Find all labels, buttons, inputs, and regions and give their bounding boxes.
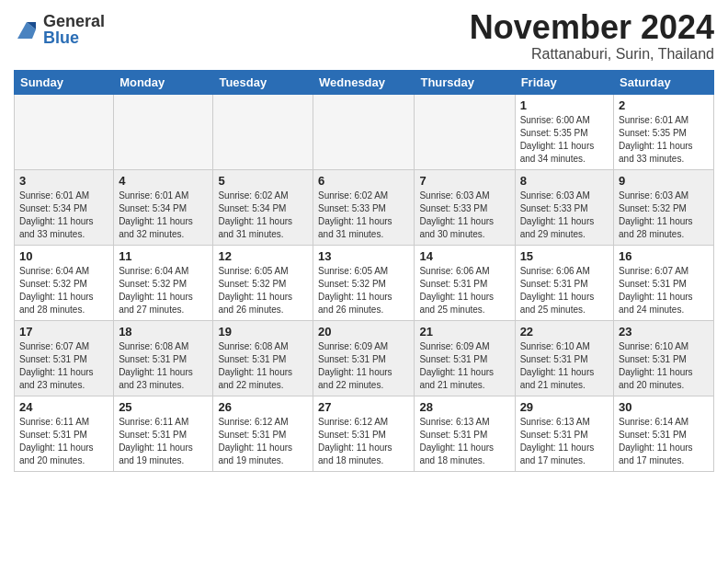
calendar-cell: 26Sunrise: 6:12 AM Sunset: 5:31 PM Dayli…	[213, 396, 313, 471]
day-info: Sunrise: 6:05 AM Sunset: 5:32 PM Dayligh…	[318, 265, 409, 316]
day-number: 22	[520, 325, 609, 339]
calendar-cell: 20Sunrise: 6:09 AM Sunset: 5:31 PM Dayli…	[313, 320, 415, 396]
day-info: Sunrise: 6:01 AM Sunset: 5:34 PM Dayligh…	[19, 190, 108, 241]
day-info: Sunrise: 6:01 AM Sunset: 5:35 PM Dayligh…	[619, 114, 709, 166]
day-info: Sunrise: 6:11 AM Sunset: 5:31 PM Dayligh…	[119, 416, 208, 467]
day-number: 26	[218, 400, 308, 414]
day-number: 10	[19, 249, 108, 263]
calendar-cell: 8Sunrise: 6:03 AM Sunset: 5:33 PM Daylig…	[515, 169, 613, 245]
day-number: 14	[419, 249, 509, 263]
day-info: Sunrise: 6:02 AM Sunset: 5:33 PM Dayligh…	[318, 190, 409, 241]
calendar-cell: 19Sunrise: 6:08 AM Sunset: 5:31 PM Dayli…	[213, 320, 313, 396]
page-header: General Blue November 2024 Rattanaburi, …	[14, 9, 714, 63]
calendar-cell	[313, 94, 415, 169]
header-thursday: Thursday	[415, 70, 515, 94]
calendar-cell: 5Sunrise: 6:02 AM Sunset: 5:34 PM Daylig…	[213, 169, 313, 245]
day-number: 21	[419, 325, 509, 339]
calendar-cell: 1Sunrise: 6:00 AM Sunset: 5:35 PM Daylig…	[515, 94, 613, 169]
calendar-cell: 29Sunrise: 6:13 AM Sunset: 5:31 PM Dayli…	[515, 396, 613, 471]
day-info: Sunrise: 6:14 AM Sunset: 5:31 PM Dayligh…	[619, 416, 709, 467]
calendar-cell	[15, 94, 114, 169]
calendar-cell: 23Sunrise: 6:10 AM Sunset: 5:31 PM Dayli…	[614, 320, 714, 396]
day-info: Sunrise: 6:03 AM Sunset: 5:32 PM Dayligh…	[619, 190, 709, 241]
location: Rattanaburi, Surin, Thailand	[470, 46, 714, 63]
calendar-cell: 13Sunrise: 6:05 AM Sunset: 5:32 PM Dayli…	[313, 245, 415, 320]
day-info: Sunrise: 6:11 AM Sunset: 5:31 PM Dayligh…	[19, 416, 108, 467]
logo-general: General	[43, 13, 105, 29]
header-saturday: Saturday	[614, 70, 714, 94]
header-monday: Monday	[114, 70, 213, 94]
day-number: 30	[619, 400, 709, 414]
calendar-cell: 27Sunrise: 6:12 AM Sunset: 5:31 PM Dayli…	[313, 396, 415, 471]
day-number: 18	[119, 325, 208, 339]
calendar-cell: 14Sunrise: 6:06 AM Sunset: 5:31 PM Dayli…	[415, 245, 515, 320]
day-number: 9	[619, 174, 709, 188]
day-number: 16	[619, 249, 709, 263]
calendar-cell: 12Sunrise: 6:05 AM Sunset: 5:32 PM Dayli…	[213, 245, 313, 320]
calendar-cell: 15Sunrise: 6:06 AM Sunset: 5:31 PM Dayli…	[515, 245, 613, 320]
calendar-cell: 3Sunrise: 6:01 AM Sunset: 5:34 PM Daylig…	[15, 169, 114, 245]
day-number: 7	[419, 174, 509, 188]
day-info: Sunrise: 6:03 AM Sunset: 5:33 PM Dayligh…	[419, 190, 509, 241]
day-info: Sunrise: 6:12 AM Sunset: 5:31 PM Dayligh…	[318, 416, 409, 467]
day-number: 27	[318, 400, 409, 414]
day-number: 29	[520, 400, 609, 414]
day-info: Sunrise: 6:06 AM Sunset: 5:31 PM Dayligh…	[520, 265, 609, 316]
day-info: Sunrise: 6:03 AM Sunset: 5:33 PM Dayligh…	[520, 190, 609, 241]
title-block: November 2024 Rattanaburi, Surin, Thaila…	[470, 9, 714, 63]
day-number: 19	[218, 325, 308, 339]
day-number: 17	[19, 325, 108, 339]
calendar-cell: 24Sunrise: 6:11 AM Sunset: 5:31 PM Dayli…	[15, 396, 114, 471]
day-number: 23	[619, 325, 709, 339]
weekday-header-row: Sunday Monday Tuesday Wednesday Thursday…	[15, 70, 714, 94]
day-info: Sunrise: 6:13 AM Sunset: 5:31 PM Dayligh…	[419, 416, 509, 467]
calendar-cell: 28Sunrise: 6:13 AM Sunset: 5:31 PM Dayli…	[415, 396, 515, 471]
day-number: 2	[619, 98, 709, 112]
calendar-cell	[114, 94, 213, 169]
day-number: 12	[218, 249, 308, 263]
header-friday: Friday	[515, 70, 613, 94]
day-info: Sunrise: 6:05 AM Sunset: 5:32 PM Dayligh…	[218, 265, 308, 316]
day-info: Sunrise: 6:08 AM Sunset: 5:31 PM Dayligh…	[218, 340, 308, 392]
calendar-cell: 2Sunrise: 6:01 AM Sunset: 5:35 PM Daylig…	[614, 94, 714, 169]
calendar-row-4: 17Sunrise: 6:07 AM Sunset: 5:31 PM Dayli…	[15, 320, 714, 396]
logo-text: General Blue	[43, 13, 105, 46]
day-number: 1	[520, 98, 609, 112]
calendar-row-1: 1Sunrise: 6:00 AM Sunset: 5:35 PM Daylig…	[15, 94, 714, 169]
calendar-cell: 30Sunrise: 6:14 AM Sunset: 5:31 PM Dayli…	[614, 396, 714, 471]
day-number: 24	[19, 400, 108, 414]
header-tuesday: Tuesday	[213, 70, 313, 94]
day-number: 3	[19, 174, 108, 188]
day-number: 11	[119, 249, 208, 263]
day-number: 15	[520, 249, 609, 263]
calendar-cell: 9Sunrise: 6:03 AM Sunset: 5:32 PM Daylig…	[614, 169, 714, 245]
day-number: 13	[318, 249, 409, 263]
logo-icon	[14, 17, 40, 42]
day-info: Sunrise: 6:09 AM Sunset: 5:31 PM Dayligh…	[419, 340, 509, 392]
day-number: 4	[119, 174, 208, 188]
calendar-cell: 16Sunrise: 6:07 AM Sunset: 5:31 PM Dayli…	[614, 245, 714, 320]
logo-blue: Blue	[43, 29, 105, 46]
day-info: Sunrise: 6:10 AM Sunset: 5:31 PM Dayligh…	[520, 340, 609, 392]
day-info: Sunrise: 6:07 AM Sunset: 5:31 PM Dayligh…	[19, 340, 108, 392]
calendar-cell: 4Sunrise: 6:01 AM Sunset: 5:34 PM Daylig…	[114, 169, 213, 245]
day-info: Sunrise: 6:09 AM Sunset: 5:31 PM Dayligh…	[318, 340, 409, 392]
day-info: Sunrise: 6:12 AM Sunset: 5:31 PM Dayligh…	[218, 416, 308, 467]
calendar-page: General Blue November 2024 Rattanaburi, …	[0, 0, 728, 563]
calendar-cell: 6Sunrise: 6:02 AM Sunset: 5:33 PM Daylig…	[313, 169, 415, 245]
calendar-row-5: 24Sunrise: 6:11 AM Sunset: 5:31 PM Dayli…	[15, 396, 714, 471]
calendar-cell: 17Sunrise: 6:07 AM Sunset: 5:31 PM Dayli…	[15, 320, 114, 396]
day-number: 20	[318, 325, 409, 339]
calendar-cell	[213, 94, 313, 169]
header-sunday: Sunday	[15, 70, 114, 94]
day-info: Sunrise: 6:00 AM Sunset: 5:35 PM Dayligh…	[520, 114, 609, 166]
calendar-cell: 21Sunrise: 6:09 AM Sunset: 5:31 PM Dayli…	[415, 320, 515, 396]
day-info: Sunrise: 6:06 AM Sunset: 5:31 PM Dayligh…	[419, 265, 509, 316]
calendar-cell: 10Sunrise: 6:04 AM Sunset: 5:32 PM Dayli…	[15, 245, 114, 320]
day-info: Sunrise: 6:10 AM Sunset: 5:31 PM Dayligh…	[619, 340, 709, 392]
calendar-row-3: 10Sunrise: 6:04 AM Sunset: 5:32 PM Dayli…	[15, 245, 714, 320]
calendar-cell: 18Sunrise: 6:08 AM Sunset: 5:31 PM Dayli…	[114, 320, 213, 396]
header-wednesday: Wednesday	[313, 70, 415, 94]
calendar-cell: 7Sunrise: 6:03 AM Sunset: 5:33 PM Daylig…	[415, 169, 515, 245]
day-info: Sunrise: 6:07 AM Sunset: 5:31 PM Dayligh…	[619, 265, 709, 316]
